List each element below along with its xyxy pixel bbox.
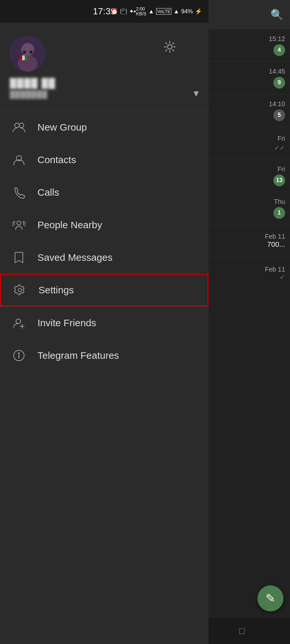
svg-line-15 xyxy=(173,43,174,44)
chat-time: 14:45 xyxy=(269,68,285,75)
profile-phone: ███████ xyxy=(10,90,199,99)
saved-messages-icon xyxy=(10,249,28,267)
contacts-label: Contacts xyxy=(37,154,76,165)
chat-time: 14:10 xyxy=(269,100,285,108)
chat-badge: 4 xyxy=(273,44,285,56)
chat-time: Fri xyxy=(278,165,285,173)
sidebar-item-contacts[interactable]: Contacts xyxy=(0,144,209,176)
calls-label: Calls xyxy=(37,187,59,198)
chat-time: Fri xyxy=(278,135,285,142)
svg-point-18 xyxy=(19,123,24,128)
svg-rect-6 xyxy=(22,55,25,60)
svg-line-13 xyxy=(166,43,167,44)
compose-icon: ✎ xyxy=(266,592,275,605)
chat-badge: 9 xyxy=(273,77,285,89)
saved-messages-label: Saved Messages xyxy=(37,252,112,263)
settings-label: Settings xyxy=(38,285,74,296)
svg-point-17 xyxy=(15,123,19,128)
chat-date: Feb 11 xyxy=(265,233,285,240)
search-icon[interactable]: 🔍 xyxy=(270,8,283,21)
svg-point-20 xyxy=(17,221,21,225)
chat-preview: 700... xyxy=(267,240,285,249)
recents-button[interactable]: □ xyxy=(239,626,245,636)
chevron-down-icon[interactable]: ▾ xyxy=(194,87,199,99)
people-nearby-icon xyxy=(10,216,28,234)
svg-point-22 xyxy=(16,319,21,324)
sidebar-item-invite-friends[interactable]: Invite Friends xyxy=(0,307,209,339)
alarm-icon: ⏰ xyxy=(111,8,118,15)
telegram-features-icon xyxy=(10,347,28,365)
bluetooth-icon: ✦ xyxy=(129,8,134,15)
sidebar-item-settings[interactable]: Settings xyxy=(0,274,209,306)
avatar[interactable] xyxy=(10,36,46,72)
people-nearby-label: People Nearby xyxy=(37,219,102,231)
svg-point-3 xyxy=(23,50,26,54)
double-checkmark: ✓✓ xyxy=(274,144,285,152)
svg-rect-7 xyxy=(25,55,27,60)
svg-line-14 xyxy=(173,50,174,51)
svg-point-1 xyxy=(21,43,34,56)
svg-line-16 xyxy=(166,50,167,51)
svg-rect-5 xyxy=(20,55,22,60)
lte-icon: VoLTE xyxy=(156,8,171,15)
invite-friends-label: Invite Friends xyxy=(37,317,96,329)
wifi-icon: ▲ xyxy=(148,8,154,15)
chat-badge-gray: 5 xyxy=(273,109,285,121)
svg-point-21 xyxy=(18,288,22,292)
sidebar-item-saved-messages[interactable]: Saved Messages xyxy=(0,241,209,274)
avatar-svg xyxy=(10,36,46,72)
battery-bolt-icon: ⚡ xyxy=(195,8,202,15)
status-icons: ⏰ 📳 ✦ 2:00KB/S ▲ VoLTE ▲ 94% ⚡ xyxy=(111,7,202,17)
battery-indicator: 94% xyxy=(181,8,193,15)
status-bar: 17:39 • ⏰ 📳 ✦ 2:00KB/S ▲ VoLTE ▲ 94% ⚡ xyxy=(0,0,209,23)
sidebar-item-new-group[interactable]: New Group xyxy=(0,111,209,144)
checkmark: ✓ xyxy=(280,273,285,281)
data-speed: 2:00KB/S xyxy=(136,7,146,17)
vibrate-icon: 📳 xyxy=(120,8,127,15)
sidebar-profile: ████ ██ ███████ ▾ xyxy=(0,23,209,111)
chat-time: Thu xyxy=(274,198,285,205)
chat-time: 15:12 xyxy=(269,35,285,43)
svg-point-8 xyxy=(167,45,172,49)
telegram-features-label: Telegram Features xyxy=(37,350,119,361)
svg-point-27 xyxy=(18,353,19,354)
sidebar-item-telegram-features[interactable]: Telegram Features xyxy=(0,339,209,372)
svg-point-4 xyxy=(29,50,33,54)
chat-badge: 1 xyxy=(273,207,285,219)
profile-name: ████ ██ xyxy=(10,78,199,89)
avatar-image xyxy=(10,36,46,72)
chat-badge: 13 xyxy=(273,175,285,186)
sidebar-item-people-nearby[interactable]: People Nearby xyxy=(0,209,209,241)
calls-icon xyxy=(10,184,28,202)
settings-icon xyxy=(11,281,29,299)
contacts-icon xyxy=(10,151,28,169)
sidebar-drawer: 17:39 • ⏰ 📳 ✦ 2:00KB/S ▲ VoLTE ▲ 94% ⚡ xyxy=(0,0,209,644)
brightness-icon[interactable] xyxy=(164,41,176,56)
new-group-label: New Group xyxy=(37,122,87,133)
compose-fab[interactable]: ✎ xyxy=(257,585,283,611)
invite-friends-icon xyxy=(10,314,28,332)
chat-date: Feb 11 xyxy=(265,266,285,273)
sidebar-item-calls[interactable]: Calls xyxy=(0,176,209,209)
signal-bars-icon: ▲ xyxy=(173,8,179,15)
new-group-icon xyxy=(10,119,28,136)
